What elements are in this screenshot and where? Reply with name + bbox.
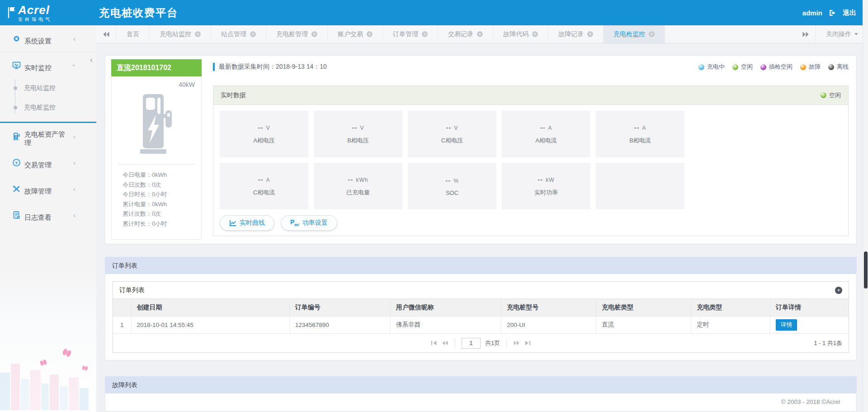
first-page-icon[interactable] xyxy=(431,340,437,346)
tab-close-icon[interactable]: × xyxy=(250,31,256,37)
tab-close-icon[interactable]: × xyxy=(422,31,428,37)
tab-site-mgmt[interactable]: 站点管理× xyxy=(211,25,266,43)
logout-label[interactable]: 退出 xyxy=(843,9,856,17)
logo-text: Acrel xyxy=(18,4,52,16)
main-content: 直流2018101702 40kW xyxy=(96,43,868,412)
sidebar: ‹ 系统设置 ‹ 实时监控 › 充电站监控 充电桩监控 xyxy=(0,25,96,412)
sidebar-item-label: 系统设置 xyxy=(24,37,52,46)
last-page-icon[interactable] xyxy=(524,340,531,346)
chevron-down-icon: › xyxy=(71,64,78,66)
sidebar-item-realtime-monitor[interactable]: 实时监控 › xyxy=(0,52,96,78)
legend-fault: 故障 xyxy=(800,63,821,71)
legend-idle: 空闲 xyxy=(732,63,753,71)
tab-label: 故障代码 xyxy=(503,30,528,38)
close-operations-label: 关闭操作 xyxy=(826,30,851,38)
logout-icon[interactable] xyxy=(829,9,836,17)
tabs-scroll-left-icon[interactable] xyxy=(96,25,116,43)
stat-today-count: 今日次数：0次 xyxy=(123,180,195,190)
legend-offline: 离线 xyxy=(828,63,849,71)
scrollbar-thumb[interactable] xyxy=(864,251,868,289)
sidebar-item-station-monitor[interactable]: 充电站监控 xyxy=(0,78,96,98)
status-ball-icon xyxy=(698,64,704,70)
tab-close-icon[interactable]: × xyxy=(311,31,317,37)
tab-label: 充电桩管理 xyxy=(276,30,308,38)
gun-monitor-panel: 直流2018101702 40kW xyxy=(105,55,857,244)
tab-close-icon[interactable]: × xyxy=(195,31,201,37)
column-header: 用户微信昵称 xyxy=(390,299,501,316)
accent-bar xyxy=(213,63,215,71)
sidebar-item-label: 故障管理 xyxy=(24,187,52,196)
column-header-index xyxy=(113,299,131,316)
footer-copyright: © 2003 - 2018 ©Acrel xyxy=(105,393,857,412)
gun-rated-power: 40kW xyxy=(118,81,195,88)
metric-realtime-power: --kW实时功率 xyxy=(502,163,590,209)
next-page-icon[interactable] xyxy=(513,340,520,346)
logo-subtext: 安科瑞电气 xyxy=(18,17,52,22)
sidebar-item-label: 实时监控 xyxy=(24,64,52,72)
chevron-left-icon: ‹ xyxy=(73,35,75,43)
gun-status-badge: 空闲 xyxy=(821,91,841,99)
tab-pile-mgmt[interactable]: 充电桩管理× xyxy=(266,25,328,43)
tab-station-monitor[interactable]: 充电站监控× xyxy=(150,25,211,43)
stat-total-count: 累计次数：0次 xyxy=(123,209,195,219)
close-operations-dropdown[interactable]: 关闭操作 xyxy=(816,25,868,43)
chevron-left-icon: ‹ xyxy=(73,185,75,193)
username[interactable]: admin xyxy=(802,9,822,17)
app-header: Acrel 安科瑞电气 充电桩收费平台 admin 退出 xyxy=(0,0,868,25)
yuan-coin-icon: ¥ xyxy=(12,158,21,167)
tab-close-icon[interactable]: × xyxy=(587,31,593,37)
page-number-input[interactable] xyxy=(462,338,481,349)
vertical-scrollbar[interactable] xyxy=(863,0,868,412)
stat-today-energy: 今日电量：0kWh xyxy=(123,170,195,180)
tab-gun-monitor[interactable]: 充电枪监控× xyxy=(604,25,665,43)
tab-close-icon[interactable]: × xyxy=(367,31,373,37)
charging-pile-icon xyxy=(133,90,180,158)
column-header: 充电桩型号 xyxy=(501,299,596,316)
tab-close-icon[interactable]: × xyxy=(477,31,483,37)
order-detail-button[interactable]: 详情 xyxy=(776,319,797,331)
order-table: 创建日期 订单编号 用户微信昵称 充电桩型号 充电桩类型 充电类型 订单详情 xyxy=(113,299,849,333)
power-settings-button[interactable]: Pwr 功率设置 xyxy=(281,215,337,231)
tab-label: 充电枪监控 xyxy=(613,30,645,38)
tab-close-icon[interactable]: × xyxy=(532,31,538,37)
tab-order-mgmt[interactable]: 订单管理× xyxy=(383,25,438,43)
gear-icon xyxy=(12,34,21,43)
tab-trade-records[interactable]: 交易记录× xyxy=(438,25,493,43)
metric-phase-c-voltage: --VC相电压 xyxy=(408,111,496,157)
svg-text:¥: ¥ xyxy=(15,160,18,165)
tab-account-trade[interactable]: 账户交易× xyxy=(328,25,383,43)
sidebar-item-transactions[interactable]: ¥ 交易管理 ‹ xyxy=(0,149,96,175)
sidebar-item-label: 充电桩资产管理 xyxy=(24,130,70,147)
order-table-panel: 订单列表 + 创建日期 订单编号 用户微信昵称 充电桩型号 xyxy=(113,281,849,353)
metric-phase-a-current: --AA相电流 xyxy=(502,111,590,157)
metric-empty xyxy=(596,163,684,209)
sidebar-item-pile-assets[interactable]: 充电桩资产管理 ‹ xyxy=(0,123,96,149)
sidebar-item-faults[interactable]: 故障管理 ‹ xyxy=(0,175,96,202)
tab-fault-codes[interactable]: 故障代码× xyxy=(493,25,548,43)
tab-fault-records[interactable]: 故障记录× xyxy=(548,25,604,43)
order-section-title: 订单列表 xyxy=(105,257,857,274)
tabs-scroll-right-icon[interactable] xyxy=(796,32,816,37)
status-ball-icon xyxy=(821,92,826,98)
table-row[interactable]: 1 2018-10-01 14:55:45 1234567890 佛系非酋 20… xyxy=(113,316,849,333)
column-header: 创建日期 xyxy=(131,299,289,316)
prev-page-icon[interactable] xyxy=(442,340,448,346)
metric-charged-energy: --kWh已充电量 xyxy=(314,163,402,209)
cell-charge-type: 定时 xyxy=(691,316,770,333)
realtime-data-panel: 实时数据 空闲 --VA相电压 --VB相电压 --VC相电压 --AA相电流 … xyxy=(213,85,849,236)
tab-bar: 首页 充电站监控× 站点管理× 充电桩管理× 账户交易× 订单管理× 交易记录×… xyxy=(96,25,868,43)
sidebar-item-logs[interactable]: 日志查看 ‹ xyxy=(0,202,96,228)
stat-today-duration: 今日时长：0小时 xyxy=(123,189,195,199)
chevron-left-icon: ‹ xyxy=(73,133,75,140)
decorative-cityscape xyxy=(0,345,96,412)
page-title: 充电桩收费平台 xyxy=(99,6,178,20)
status-ball-icon xyxy=(760,64,766,70)
tab-home[interactable]: 首页 xyxy=(116,25,150,43)
tab-close-icon[interactable]: × xyxy=(649,31,655,37)
sidebar-item-system-settings[interactable]: 系统设置 ‹ xyxy=(0,25,96,52)
realtime-curve-button[interactable]: 实时曲线 xyxy=(220,215,274,231)
add-icon[interactable]: + xyxy=(835,287,842,294)
stat-total-duration: 累计时长：0小时 xyxy=(123,219,195,229)
bullet-dot-icon xyxy=(14,86,17,90)
sidebar-item-pile-monitor[interactable]: 充电桩监控 xyxy=(0,98,96,117)
